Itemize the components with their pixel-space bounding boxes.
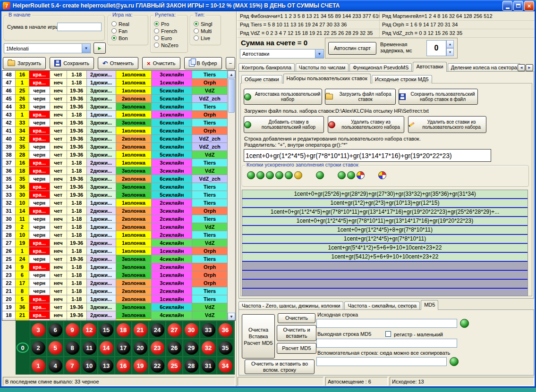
titlebar[interactable]: 7 HelperRoullet 5.4- create helperroulle… xyxy=(0,0,536,11)
board-cell[interactable]: 16 xyxy=(115,357,132,375)
board-cell[interactable]: 33 xyxy=(200,321,217,339)
radio-option-multi[interactable]: Multi xyxy=(190,27,221,34)
table-row[interactable]: 3330кра...чет19-363дюжи...3колонка5сикла… xyxy=(2,191,227,199)
bet-list-item[interactable]: 1cent+0+gr(25*26)+gr(28*29)+gr(27*30)+gr… xyxy=(242,190,527,199)
bet-list-empty-row[interactable] xyxy=(242,280,527,289)
table-row[interactable]: 471кра...неч1-181дюжи...1колонка1сиклайн… xyxy=(2,79,227,87)
minimize-button[interactable] xyxy=(502,1,512,11)
maximize-button[interactable] xyxy=(513,1,523,11)
board-cell[interactable]: 22 xyxy=(149,357,166,375)
table-row[interactable]: 431кра...неч1-181дюжи...1колонка1сиклайн… xyxy=(2,111,227,119)
table-row[interactable]: 4134кра...чет19-363дюжи...1колонка6сикла… xyxy=(2,127,227,135)
radio-option-real[interactable]: Real xyxy=(108,20,148,27)
board-cell[interactable]: 8 xyxy=(64,339,81,357)
radio-option-euro[interactable]: Euro xyxy=(151,34,187,42)
table-row[interactable]: 3011черннеч1-181дюжи...2колонка2сиклайнT… xyxy=(2,215,227,223)
quick-chip-3[interactable] xyxy=(266,171,274,179)
md5-lowercase-checkbox[interactable] xyxy=(385,331,391,337)
board-cell[interactable]: 25 xyxy=(166,357,183,375)
board-cell[interactable]: 36 xyxy=(217,321,234,339)
board-cell[interactable]: 18 xyxy=(115,321,132,339)
tab-scroll-right-icon[interactable]: ► xyxy=(526,64,533,71)
board-cell[interactable]: 6 xyxy=(47,321,64,339)
add-bet-button[interactable]: Добавить ставку в пользовательский набор xyxy=(244,116,324,133)
table-row[interactable]: 3618кра...чет1-182дюжи...3колонка3сиклай… xyxy=(2,167,227,175)
md5-clear-paste-calc-button[interactable]: Очистка Вставка Расчет MD5 xyxy=(242,314,275,359)
undo-button[interactable]: ↶Отменить xyxy=(98,57,138,69)
save-button[interactable]: Сохранить xyxy=(50,57,94,69)
table-row[interactable]: 249кра...неч1-181дюжи...3колонка2сиклайн… xyxy=(2,263,227,271)
delete-bet-button[interactable]: Удалить ставку из пользовательского набо… xyxy=(328,116,404,133)
table-row[interactable]: 1821кра...неч19-362дюжи...3колонка4сикла… xyxy=(2,311,227,319)
bet-list-item[interactable]: 1cent+0+gr(1*2*4*5)+gr(7*8*10*11)+gr(13*… xyxy=(242,208,527,217)
table-row[interactable]: 4526чернчет19-363дюжи...2колонка5сиклайн… xyxy=(2,95,227,103)
board-cell[interactable]: 20 xyxy=(132,339,149,357)
table-row[interactable]: 3210чернчет1-181дюжи...1колонка2сиклайнT… xyxy=(2,199,227,207)
board-cell[interactable]: 35 xyxy=(217,339,234,357)
collapse-button[interactable]: − xyxy=(226,57,235,69)
md5-clear-and-paste-button[interactable]: Очистить и вставить xyxy=(277,325,316,341)
table-row[interactable]: 205кра...неч1-181дюжи...2колонка1сиклайн… xyxy=(2,295,227,303)
bet-list-item[interactable]: 1cent+gr(5*4*1*2)+5+6+9+10+10cent+23+22 xyxy=(242,244,527,253)
table-row[interactable]: 3828чернчет19-363дюжи...1колонка5сиклайн… xyxy=(2,151,227,159)
board-cell[interactable]: 5 xyxy=(47,339,64,357)
scrollbar-thumb[interactable] xyxy=(228,79,235,113)
bet-string-input[interactable] xyxy=(244,149,491,162)
sub-tab-1[interactable]: Общие ставки xyxy=(241,75,282,83)
start-sum-input[interactable] xyxy=(57,23,102,31)
table-row[interactable]: 218чернчет1-181дюжи...2колонка2сиклайнTi… xyxy=(2,287,227,295)
bet-list-item[interactable]: 1cent+gr(1*2)+gr(2*3)+gr(10*13)+gr(12*15… xyxy=(242,199,527,208)
radio-option-live[interactable]: Live xyxy=(190,34,221,42)
board-cell[interactable]: 24 xyxy=(149,321,166,339)
autobets-combo[interactable]: Автоставки ▼ xyxy=(240,49,324,58)
radio-option-french[interactable]: French xyxy=(151,27,187,34)
table-row[interactable]: 4816кра...чет1-182дюжи...1колонка3сиклай… xyxy=(2,71,227,79)
board-cell[interactable]: 7 xyxy=(64,357,81,375)
quick-chip-10[interactable] xyxy=(357,171,365,179)
bottom-tab-2[interactable]: Частота - сиклайны, сектора xyxy=(344,301,420,310)
main-tab-2[interactable]: Частоты по числам xyxy=(296,63,349,72)
board-cell[interactable]: 15 xyxy=(98,321,115,339)
board-cell[interactable]: 2 xyxy=(30,339,47,357)
scrollbar-track[interactable] xyxy=(228,113,235,313)
bottom-tab-3[interactable]: MD5 xyxy=(421,300,438,310)
md5-clear-button[interactable]: Очистить xyxy=(278,313,315,323)
table-row[interactable]: 236чернчет1-181дюжи...3колонка1сиклайнOr… xyxy=(2,271,227,279)
board-cell[interactable]: 28 xyxy=(183,357,200,375)
table-row[interactable]: 4433черннеч19-363дюжи...3колонка6сиклайн… xyxy=(2,103,227,111)
board-cell[interactable]: 23 xyxy=(149,339,166,357)
copy-to-buffer-button[interactable]: В буфер xyxy=(184,57,222,69)
board-cell[interactable]: 17 xyxy=(115,339,132,357)
main-tab-1[interactable]: Контроль банкролла xyxy=(238,63,295,72)
bet-list-item[interactable]: 1cent+gr(5412)+5+6+9+10+10cent+23+22 xyxy=(242,253,527,262)
table-row[interactable]: 2217черннеч1-182дюжи...2колонка3сиклайнO… xyxy=(2,279,227,287)
table-row[interactable]: 1936кра...чет19-363дюжи...3колонка6сикла… xyxy=(2,303,227,311)
board-cell[interactable]: 26 xyxy=(166,339,183,357)
bottom-tab-1[interactable]: Частота - Zero, шансы, дюжины, колонки xyxy=(238,301,343,310)
board-cell[interactable]: 34 xyxy=(217,357,234,375)
board-cell[interactable]: 10 xyxy=(81,357,98,375)
load-button[interactable]: Загрузить xyxy=(3,57,46,69)
quick-chip-9[interactable] xyxy=(347,171,355,179)
bet-list-empty-row[interactable] xyxy=(242,289,527,296)
bet-list-empty-row[interactable] xyxy=(242,271,527,280)
main-tab-3[interactable]: Функционал PsevdoMS xyxy=(349,63,412,72)
sub-tab-2[interactable]: Наборы пользовательских ставок xyxy=(283,74,371,83)
board-cell[interactable]: 4 xyxy=(47,357,64,375)
table-row[interactable]: 2524чернчет19-362дюжи...3колонка4сиклайн… xyxy=(2,255,227,263)
board-cell[interactable]: 19 xyxy=(132,357,149,375)
md5-source-input[interactable] xyxy=(316,319,457,328)
clear-button[interactable]: ×Очистить xyxy=(142,57,180,69)
table-scrollbar[interactable]: ▲ ▼ xyxy=(227,71,235,320)
table-row[interactable]: 4233черннеч19-363дюжи...3колонка6сиклайн… xyxy=(2,119,227,127)
quick-chip-11[interactable] xyxy=(378,171,386,179)
main-tab-4[interactable]: Автоставки xyxy=(413,62,446,72)
table-row[interactable]: 3436кра...чет19-363дюжи...3колонка6сикла… xyxy=(2,183,227,191)
bet-list-item[interactable]: 1cent+gr(1*2*4*5)+gr(7*8*10*11) xyxy=(242,235,527,244)
tab-scroll-left-icon[interactable]: ◄ xyxy=(518,64,525,71)
md5-calc-button[interactable]: Расчет MD5 xyxy=(277,343,316,354)
md5-source-action-button[interactable] xyxy=(460,319,469,328)
combo-arrow-icon[interactable]: ▼ xyxy=(82,44,90,53)
board-cell[interactable]: 9 xyxy=(64,321,81,339)
table-row[interactable]: 3535черннеч19-363дюжи...2колонка6сиклайн… xyxy=(2,175,227,183)
